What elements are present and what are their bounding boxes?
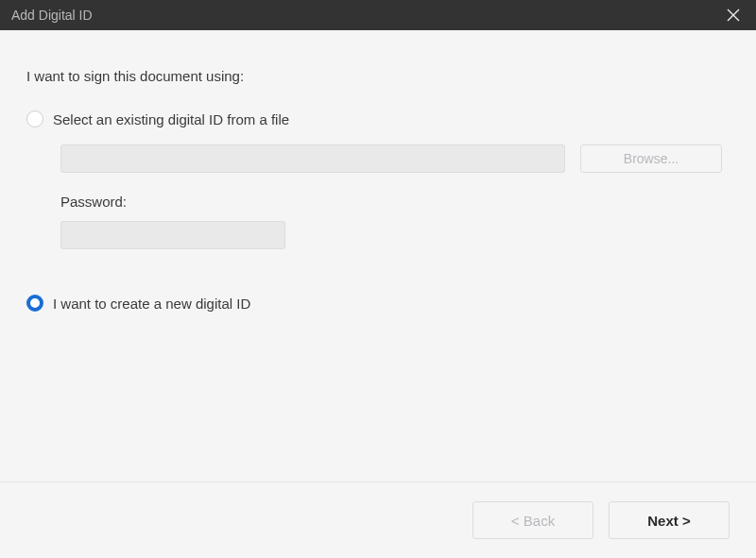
radio-existing[interactable] <box>26 110 43 127</box>
titlebar: Add Digital ID <box>0 0 756 30</box>
option-new-label: I want to create a new digital ID <box>53 296 250 312</box>
file-row: Browse... <box>26 144 730 173</box>
password-input[interactable] <box>60 221 285 249</box>
dialog-content: I want to sign this document using: Sele… <box>0 30 756 312</box>
intro-text: I want to sign this document using: <box>26 68 730 84</box>
browse-button[interactable]: Browse... <box>580 144 722 173</box>
option-existing-label: Select an existing digital ID from a fil… <box>53 111 289 127</box>
option-new[interactable]: I want to create a new digital ID <box>26 295 730 312</box>
back-button[interactable]: < Back <box>472 501 593 539</box>
titlebar-title: Add Digital ID <box>11 8 93 23</box>
password-section: Password: <box>26 194 730 249</box>
radio-new[interactable] <box>26 295 43 312</box>
password-label: Password: <box>60 194 730 210</box>
next-button[interactable]: Next > <box>609 501 730 539</box>
dialog-footer: < Back Next > <box>0 482 756 558</box>
file-path-input[interactable] <box>60 144 565 173</box>
option-existing[interactable]: Select an existing digital ID from a fil… <box>26 110 730 127</box>
close-icon[interactable] <box>722 4 745 26</box>
